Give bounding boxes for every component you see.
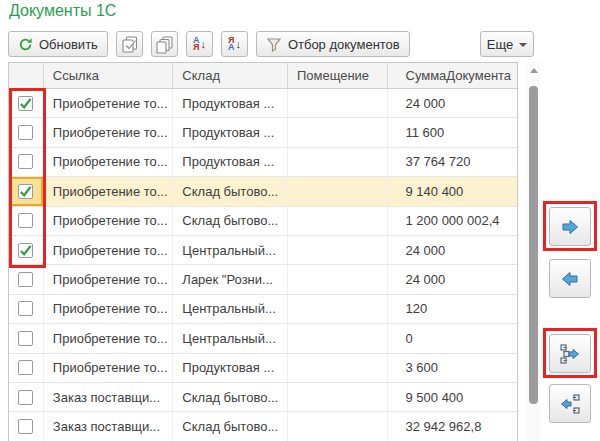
cell-pomeshchenie[interactable] bbox=[288, 148, 388, 176]
row-checkbox-cell[interactable] bbox=[9, 89, 44, 117]
cell-ssylka[interactable]: Приобретение то... bbox=[44, 324, 173, 352]
header-ssylka[interactable]: Ссылка bbox=[44, 63, 173, 89]
cell-sklad[interactable]: Ларек "Розни... bbox=[173, 265, 288, 293]
row-checkbox-cell[interactable] bbox=[9, 148, 44, 176]
scrollbar-up-arrow-icon[interactable] bbox=[530, 68, 538, 73]
cell-ssylka[interactable]: Приобретение то... bbox=[44, 148, 173, 176]
cell-pomeshchenie[interactable] bbox=[288, 383, 388, 411]
cell-summa[interactable]: 24 000 bbox=[388, 89, 518, 117]
header-pomeshchenie[interactable]: Помещение bbox=[288, 63, 388, 89]
table-row[interactable]: Приобретение то... Продуктовая ... 37 76… bbox=[9, 148, 517, 177]
row-checkbox-cell[interactable] bbox=[9, 383, 44, 411]
row-checkbox-cell[interactable] bbox=[9, 207, 44, 235]
cell-sklad[interactable]: Центральный... bbox=[173, 295, 288, 323]
table-row[interactable]: Приобретение то... Центральный... 120 bbox=[9, 295, 517, 324]
sort-ascending-button[interactable]: А Я ↓ bbox=[186, 31, 213, 57]
table-row[interactable]: Приобретение то... Центральный... 24 000 bbox=[9, 236, 517, 265]
set-all-checkboxes-button[interactable] bbox=[116, 31, 143, 57]
cell-sklad[interactable]: Продуктовая ... bbox=[173, 89, 288, 117]
cell-pomeshchenie[interactable] bbox=[288, 295, 388, 323]
row-checkbox-cell[interactable] bbox=[9, 295, 44, 323]
move-right-button[interactable] bbox=[549, 207, 591, 246]
row-checkbox[interactable] bbox=[18, 125, 33, 140]
row-checkbox-cell[interactable] bbox=[9, 412, 44, 440]
cell-ssylka[interactable]: Заказ поставщи... bbox=[44, 412, 173, 440]
cell-pomeshchenie[interactable] bbox=[288, 89, 388, 117]
cell-sklad[interactable]: Склад бытово... bbox=[173, 412, 288, 440]
cell-ssylka[interactable]: Приобретение то... bbox=[44, 177, 173, 205]
cell-summa[interactable]: 24 000 bbox=[388, 265, 518, 293]
cell-sklad[interactable]: Продуктовая ... bbox=[173, 118, 288, 146]
row-checkbox[interactable] bbox=[18, 360, 33, 375]
row-checkbox[interactable] bbox=[18, 301, 33, 316]
row-checkbox-cell[interactable] bbox=[9, 354, 44, 382]
clear-all-checkboxes-button[interactable] bbox=[151, 31, 178, 57]
cell-summa[interactable]: 11 600 bbox=[388, 118, 518, 146]
cell-pomeshchenie[interactable] bbox=[288, 412, 388, 440]
cell-sklad[interactable]: Склад бытово... bbox=[173, 383, 288, 411]
row-checkbox-cell[interactable] bbox=[9, 177, 44, 205]
cell-ssylka[interactable]: Приобретение то... bbox=[44, 118, 173, 146]
table-row[interactable]: Приобретение то... Ларек "Розни... 24 00… bbox=[9, 265, 517, 294]
table-row[interactable]: Приобретение то... Центральный... 0 bbox=[9, 324, 517, 353]
row-checkbox-cell[interactable] bbox=[9, 324, 44, 352]
cell-pomeshchenie[interactable] bbox=[288, 177, 388, 205]
cell-ssylka[interactable]: Приобретение то... bbox=[44, 207, 173, 235]
more-button[interactable]: Еще bbox=[480, 31, 534, 57]
refresh-button[interactable]: Обновить bbox=[8, 31, 108, 57]
table-row[interactable]: Заказ поставщи... Склад бытово... 9 500 … bbox=[9, 383, 517, 412]
cell-pomeshchenie[interactable] bbox=[288, 207, 388, 235]
cell-pomeshchenie[interactable] bbox=[288, 265, 388, 293]
header-summa[interactable]: СуммаДокумента bbox=[388, 63, 518, 89]
cell-summa[interactable]: 9 140 400 bbox=[388, 177, 518, 205]
row-checkbox[interactable] bbox=[18, 213, 33, 228]
table-row[interactable]: Приобретение то... Склад бытово... 9 140… bbox=[9, 177, 517, 206]
scrollbar-thumb[interactable] bbox=[529, 86, 538, 404]
cell-pomeshchenie[interactable] bbox=[288, 118, 388, 146]
cell-summa[interactable]: 1 200 000 002,4 bbox=[388, 207, 518, 235]
cell-summa[interactable]: 32 942 962,8 bbox=[388, 412, 518, 440]
row-checkbox[interactable] bbox=[18, 272, 33, 287]
table-row[interactable]: Приобретение то... Склад бытово... 1 200… bbox=[9, 207, 517, 236]
cell-sklad[interactable]: Центральный... bbox=[173, 236, 288, 264]
cell-pomeshchenie[interactable] bbox=[288, 324, 388, 352]
table-row[interactable]: Заказ поставщи... Склад бытово... 32 942… bbox=[9, 412, 517, 441]
cell-sklad[interactable]: Продуктовая ... bbox=[173, 354, 288, 382]
row-checkbox[interactable] bbox=[18, 184, 33, 199]
cell-ssylka[interactable]: Приобретение то... bbox=[44, 295, 173, 323]
cell-sklad[interactable]: Склад бытово... bbox=[173, 177, 288, 205]
row-checkbox[interactable] bbox=[18, 419, 33, 434]
table-row[interactable]: Приобретение то... Продуктовая ... 3 600 bbox=[9, 354, 517, 383]
row-checkbox-cell[interactable] bbox=[9, 236, 44, 264]
cell-pomeshchenie[interactable] bbox=[288, 354, 388, 382]
sort-descending-button[interactable]: Я А ↓ bbox=[221, 31, 248, 57]
cell-summa[interactable]: 0 bbox=[388, 324, 518, 352]
row-checkbox[interactable] bbox=[18, 331, 33, 346]
row-checkbox[interactable] bbox=[18, 390, 33, 405]
cell-summa[interactable]: 37 764 720 bbox=[388, 148, 518, 176]
move-left-button[interactable] bbox=[549, 259, 591, 298]
row-checkbox[interactable] bbox=[18, 154, 33, 169]
cell-summa[interactable]: 9 500 400 bbox=[388, 383, 518, 411]
move-all-left-button[interactable] bbox=[549, 384, 591, 423]
cell-summa[interactable]: 3 600 bbox=[388, 354, 518, 382]
move-all-right-button[interactable] bbox=[549, 334, 591, 373]
cell-sklad[interactable]: Центральный... bbox=[173, 324, 288, 352]
cell-ssylka[interactable]: Приобретение то... bbox=[44, 236, 173, 264]
cell-ssylka[interactable]: Заказ поставщи... bbox=[44, 383, 173, 411]
row-checkbox-cell[interactable] bbox=[9, 265, 44, 293]
cell-ssylka[interactable]: Приобретение то... bbox=[44, 265, 173, 293]
cell-ssylka[interactable]: Приобретение то... bbox=[44, 89, 173, 117]
cell-sklad[interactable]: Склад бытово... bbox=[173, 207, 288, 235]
filter-documents-button[interactable]: Отбор документов bbox=[256, 31, 410, 57]
cell-summa[interactable]: 120 bbox=[388, 295, 518, 323]
cell-sklad[interactable]: Продуктовая ... bbox=[173, 148, 288, 176]
cell-pomeshchenie[interactable] bbox=[288, 236, 388, 264]
table-row[interactable]: Приобретение то... Продуктовая ... 11 60… bbox=[9, 118, 517, 147]
row-checkbox[interactable] bbox=[18, 243, 33, 258]
table-row[interactable]: Приобретение то... Продуктовая ... 24 00… bbox=[9, 89, 517, 118]
vertical-scrollbar[interactable] bbox=[527, 62, 540, 441]
header-sklad[interactable]: Склад bbox=[173, 63, 288, 89]
cell-ssylka[interactable]: Приобретение то... bbox=[44, 354, 173, 382]
row-checkbox[interactable] bbox=[18, 96, 33, 111]
